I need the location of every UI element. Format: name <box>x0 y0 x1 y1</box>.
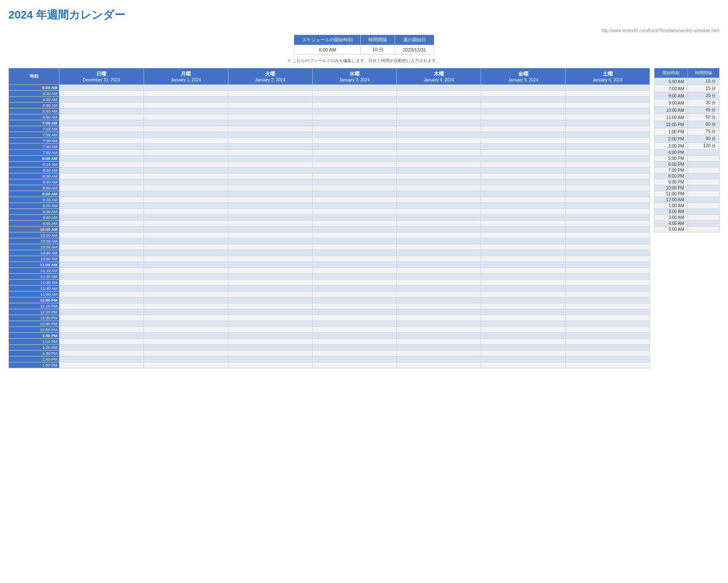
calendar-cell[interactable] <box>228 297 312 303</box>
calendar-cell[interactable] <box>312 209 397 215</box>
calendar-cell[interactable] <box>312 362 397 368</box>
calendar-cell[interactable] <box>312 108 397 114</box>
calendar-cell[interactable] <box>312 203 397 209</box>
calendar-cell[interactable] <box>60 303 144 309</box>
calendar-cell[interactable] <box>566 303 650 309</box>
calendar-cell[interactable] <box>312 179 397 185</box>
calendar-cell[interactable] <box>481 339 566 345</box>
calendar-cell[interactable] <box>228 339 312 345</box>
calendar-cell[interactable] <box>228 244 312 250</box>
calendar-cell[interactable] <box>566 256 650 262</box>
calendar-cell[interactable] <box>60 297 144 303</box>
calendar-cell[interactable] <box>228 132 312 138</box>
calendar-cell[interactable] <box>312 144 397 150</box>
calendar-cell[interactable] <box>397 85 481 91</box>
calendar-cell[interactable] <box>312 345 397 351</box>
calendar-cell[interactable] <box>397 97 481 103</box>
calendar-cell[interactable] <box>60 138 144 144</box>
calendar-cell[interactable] <box>566 144 650 150</box>
calendar-cell[interactable] <box>481 356 566 362</box>
calendar-cell[interactable] <box>228 97 312 103</box>
calendar-cell[interactable] <box>143 203 228 209</box>
calendar-cell[interactable] <box>566 162 650 167</box>
calendar-cell[interactable] <box>143 321 228 327</box>
calendar-cell[interactable] <box>143 250 228 256</box>
calendar-cell[interactable] <box>566 356 650 362</box>
calendar-cell[interactable] <box>566 197 650 203</box>
calendar-cell[interactable] <box>397 339 481 345</box>
calendar-cell[interactable] <box>228 345 312 351</box>
calendar-cell[interactable] <box>566 120 650 126</box>
calendar-cell[interactable] <box>312 103 397 108</box>
calendar-cell[interactable] <box>143 150 228 156</box>
calendar-cell[interactable] <box>60 156 144 162</box>
calendar-cell[interactable] <box>60 108 144 114</box>
calendar-cell[interactable] <box>60 256 144 262</box>
calendar-cell[interactable] <box>397 250 481 256</box>
calendar-cell[interactable] <box>566 333 650 339</box>
calendar-cell[interactable] <box>228 156 312 162</box>
calendar-cell[interactable] <box>312 256 397 262</box>
calendar-cell[interactable] <box>397 315 481 321</box>
calendar-cell[interactable] <box>397 120 481 126</box>
calendar-cell[interactable] <box>228 203 312 209</box>
calendar-cell[interactable] <box>481 120 566 126</box>
calendar-cell[interactable] <box>481 297 566 303</box>
calendar-cell[interactable] <box>481 244 566 250</box>
calendar-cell[interactable] <box>312 162 397 167</box>
calendar-cell[interactable] <box>481 162 566 167</box>
calendar-cell[interactable] <box>143 162 228 167</box>
calendar-cell[interactable] <box>397 126 481 132</box>
calendar-cell[interactable] <box>60 179 144 185</box>
calendar-cell[interactable] <box>566 274 650 280</box>
calendar-cell[interactable] <box>143 244 228 250</box>
calendar-cell[interactable] <box>60 286 144 292</box>
calendar-cell[interactable] <box>60 351 144 356</box>
calendar-cell[interactable] <box>143 362 228 368</box>
calendar-cell[interactable] <box>312 185 397 191</box>
calendar-cell[interactable] <box>566 167 650 173</box>
calendar-cell[interactable] <box>566 315 650 321</box>
calendar-cell[interactable] <box>143 309 228 315</box>
calendar-cell[interactable] <box>312 321 397 327</box>
calendar-cell[interactable] <box>481 315 566 321</box>
calendar-cell[interactable] <box>228 256 312 262</box>
calendar-cell[interactable] <box>143 227 228 232</box>
calendar-cell[interactable] <box>143 120 228 126</box>
calendar-cell[interactable] <box>481 345 566 351</box>
calendar-cell[interactable] <box>228 215 312 221</box>
calendar-cell[interactable] <box>143 144 228 150</box>
calendar-cell[interactable] <box>397 227 481 232</box>
calendar-cell[interactable] <box>143 126 228 132</box>
calendar-cell[interactable] <box>566 114 650 120</box>
calendar-cell[interactable] <box>228 221 312 227</box>
calendar-cell[interactable] <box>143 185 228 191</box>
calendar-cell[interactable] <box>481 173 566 179</box>
calendar-cell[interactable] <box>397 362 481 368</box>
calendar-cell[interactable] <box>312 238 397 244</box>
calendar-cell[interactable] <box>60 215 144 221</box>
calendar-cell[interactable] <box>60 203 144 209</box>
calendar-cell[interactable] <box>312 156 397 162</box>
calendar-cell[interactable] <box>397 144 481 150</box>
calendar-cell[interactable] <box>312 167 397 173</box>
calendar-cell[interactable] <box>228 238 312 244</box>
calendar-cell[interactable] <box>312 280 397 286</box>
calendar-cell[interactable] <box>566 85 650 91</box>
calendar-cell[interactable] <box>312 262 397 268</box>
calendar-cell[interactable] <box>312 138 397 144</box>
calendar-cell[interactable] <box>481 97 566 103</box>
calendar-cell[interactable] <box>397 91 481 97</box>
calendar-cell[interactable] <box>312 297 397 303</box>
calendar-cell[interactable] <box>228 356 312 362</box>
calendar-cell[interactable] <box>228 274 312 280</box>
calendar-cell[interactable] <box>312 215 397 221</box>
calendar-cell[interactable] <box>566 345 650 351</box>
calendar-cell[interactable] <box>143 303 228 309</box>
calendar-cell[interactable] <box>566 297 650 303</box>
calendar-cell[interactable] <box>143 85 228 91</box>
calendar-cell[interactable] <box>566 173 650 179</box>
calendar-cell[interactable] <box>481 227 566 232</box>
calendar-cell[interactable] <box>228 126 312 132</box>
calendar-cell[interactable] <box>481 91 566 97</box>
